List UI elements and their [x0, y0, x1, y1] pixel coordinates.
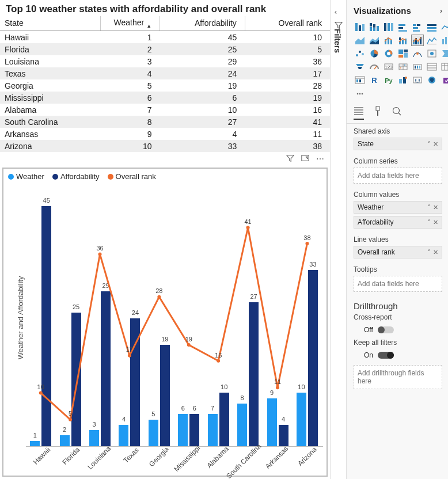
viz-type-icon[interactable]	[411, 48, 424, 59]
viz-type-icon[interactable]	[440, 35, 448, 46]
viz-type-icon[interactable]	[411, 21, 424, 33]
col-header-overall[interactable]: Overall rank	[245, 16, 330, 31]
viz-type-icon[interactable]	[426, 21, 438, 33]
bar-weather[interactable]: 3	[89, 430, 99, 446]
viz-type-icon[interactable]	[440, 21, 448, 33]
bar-weather[interactable]: 1	[30, 441, 40, 446]
viz-type-icon[interactable]	[354, 61, 366, 73]
bar-weather[interactable]: 4	[119, 425, 128, 446]
viz-type-icon[interactable]	[426, 61, 438, 73]
cross-report-toggle[interactable]	[378, 326, 394, 333]
chevron-down-icon[interactable]: ˅	[427, 204, 431, 211]
tab-fields[interactable]	[354, 106, 364, 120]
filters-pane-collapsed[interactable]: ‹ Filters	[331, 0, 347, 479]
combo-chart-visual[interactable]: Weather Affordability Overall rank Weath…	[2, 168, 328, 477]
viz-type-icon[interactable]	[382, 48, 395, 59]
col-header-weather[interactable]: Weather▲	[100, 16, 160, 31]
remove-field-icon[interactable]: ✕	[433, 140, 438, 148]
table-row[interactable]: Texas42417	[0, 67, 330, 79]
bar-affordability[interactable]: 33	[308, 270, 318, 446]
viz-type-icon[interactable]	[354, 21, 366, 33]
focus-mode-icon[interactable]	[301, 154, 309, 164]
viz-type-icon[interactable]: 123	[382, 61, 395, 73]
viz-type-icon[interactable]	[354, 35, 366, 46]
table-row[interactable]: South Carolina82741	[0, 116, 330, 128]
viz-type-icon[interactable]	[440, 74, 448, 86]
viz-type-icon[interactable]	[368, 21, 381, 33]
plot-area[interactable]: 1 45 Hawaii 2 25 Florida 3 29 Louisiana …	[26, 189, 323, 447]
bar-affordability[interactable]: 6	[189, 414, 199, 446]
bar-weather[interactable]: 9	[267, 398, 277, 446]
remove-field-icon[interactable]: ✕	[433, 219, 438, 226]
col-header-affordability[interactable]: Affordability	[160, 16, 245, 31]
bar-affordability[interactable]: 25	[71, 313, 81, 446]
expand-filters-icon[interactable]: ‹	[335, 8, 337, 16]
bar-weather[interactable]: 5	[149, 420, 158, 446]
viz-type-icon[interactable]	[382, 35, 395, 46]
chevron-down-icon[interactable]: ˅	[427, 140, 431, 148]
viz-type-icon[interactable]	[411, 61, 424, 73]
bar-affordability[interactable]: 24	[130, 318, 140, 446]
viz-type-icon[interactable]	[440, 61, 448, 73]
viz-type-icon[interactable]: R	[368, 74, 381, 86]
table-row[interactable]: Arizona103338	[0, 140, 330, 152]
bar-affordability[interactable]: 45	[41, 206, 51, 446]
viz-type-icon[interactable]	[411, 74, 424, 86]
drillthrough-well[interactable]: Add drillthrough fields here	[354, 365, 442, 389]
field-well-affordability[interactable]: Affordability ˅✕	[354, 216, 442, 229]
table-row[interactable]: Florida2255	[0, 43, 330, 55]
viz-type-icon[interactable]	[397, 74, 409, 86]
table-row[interactable]: Arkansas9411	[0, 128, 330, 140]
remove-field-icon[interactable]: ✕	[433, 249, 438, 256]
bar-affordability[interactable]: 29	[101, 291, 111, 446]
remove-field-icon[interactable]: ✕	[433, 204, 438, 211]
viz-type-icon[interactable]	[368, 61, 381, 73]
viz-type-icon[interactable]	[411, 35, 424, 46]
column-series-well[interactable]: Add data fields here	[354, 168, 442, 184]
viz-type-icon[interactable]	[368, 35, 381, 46]
col-header-state[interactable]: State	[0, 16, 100, 31]
viz-type-icon[interactable]: Py	[382, 74, 395, 86]
viz-type-icon[interactable]	[397, 35, 409, 46]
legend-item-affordability[interactable]: Affordability	[52, 172, 100, 181]
viz-type-icon[interactable]	[426, 35, 438, 46]
chevron-down-icon[interactable]: ˅	[427, 249, 431, 256]
table-row[interactable]: Hawaii14510	[0, 31, 330, 43]
bar-weather[interactable]: 2	[60, 435, 70, 446]
field-well-weather[interactable]: Weather ˅✕	[354, 201, 442, 214]
viz-type-icon[interactable]	[354, 48, 366, 59]
collapse-viz-icon[interactable]: ›	[440, 7, 442, 15]
table-row[interactable]: Alabama71016	[0, 104, 330, 116]
bar-affordability[interactable]: 10	[219, 393, 229, 446]
bar-weather[interactable]: 8	[237, 404, 247, 446]
more-options-icon[interactable]: ⋯	[316, 154, 324, 164]
tooltips-well[interactable]: Add data fields here	[354, 276, 442, 292]
viz-type-icon[interactable]	[397, 21, 409, 33]
table-row[interactable]: Mississippi6619	[0, 92, 330, 104]
legend-item-overall[interactable]: Overall rank	[108, 172, 156, 181]
legend-item-weather[interactable]: Weather	[8, 172, 44, 181]
viz-type-icon[interactable]	[397, 61, 409, 73]
table-row[interactable]: Georgia51928	[0, 79, 330, 92]
viz-type-icon[interactable]	[440, 48, 448, 59]
viz-type-icon[interactable]	[368, 48, 381, 59]
field-well-state[interactable]: State ˅✕	[354, 138, 442, 150]
bar-weather[interactable]: 6	[178, 414, 188, 446]
tab-analytics[interactable]	[392, 106, 402, 120]
keep-filters-toggle[interactable]	[378, 352, 394, 359]
table-row[interactable]: Louisiana32936	[0, 55, 330, 67]
viz-type-icon[interactable]	[354, 74, 366, 86]
chevron-down-icon[interactable]: ˅	[427, 219, 431, 226]
field-well-overall[interactable]: Overall rank ˅✕	[354, 246, 442, 258]
viz-type-icon[interactable]	[397, 48, 409, 59]
bar-weather[interactable]: 7	[208, 414, 218, 446]
viz-type-icon[interactable]	[426, 48, 438, 59]
viz-type-icon[interactable]	[382, 21, 395, 33]
filter-icon[interactable]	[286, 154, 294, 164]
viz-type-icon[interactable]	[354, 88, 366, 99]
bar-affordability[interactable]: 19	[160, 345, 170, 446]
tab-format[interactable]	[373, 106, 382, 120]
bar-affordability[interactable]: 27	[249, 302, 259, 446]
viz-type-icon[interactable]	[426, 74, 438, 86]
bar-weather[interactable]: 10	[297, 393, 306, 446]
